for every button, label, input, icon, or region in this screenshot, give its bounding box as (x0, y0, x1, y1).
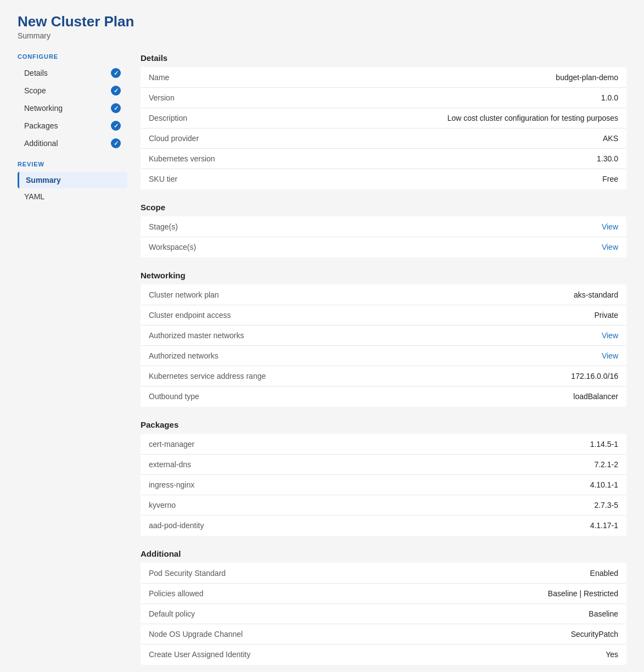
sidebar-item-label: Additional (24, 139, 58, 148)
check-icon (111, 86, 121, 96)
sidebar-item-additional[interactable]: Additional (18, 135, 127, 152)
sidebar-item-networking[interactable]: Networking (18, 99, 127, 117)
table-row: Stage(s)View (141, 217, 626, 237)
row-label: external-dns (141, 455, 335, 475)
row-value: 172.16.0.0/16 (335, 366, 626, 387)
configure-section-label: CONFIGURE (18, 53, 127, 60)
row-label: aad-pod-identity (141, 516, 335, 536)
row-label: Authorized master networks (141, 326, 335, 346)
row-label: SKU tier (141, 169, 335, 189)
row-label: Node OS Upgrade Channel (141, 624, 335, 645)
row-label: Policies allowed (141, 584, 335, 604)
check-icon (111, 68, 121, 78)
sidebar-item-scope[interactable]: Scope (18, 82, 127, 99)
page-title: New Cluster Plan (18, 13, 626, 30)
sidebar-item-summary[interactable]: Summary (18, 172, 127, 188)
additional-table: Pod Security StandardEnabledPolicies all… (141, 563, 626, 665)
table-row: external-dns7.2.1-2 (141, 455, 626, 475)
table-row: ingress-nginx4.10.1-1 (141, 475, 626, 495)
row-link[interactable]: View (602, 243, 618, 251)
row-value: 1.0.0 (335, 88, 626, 108)
details-table: Namebudget-plan-demoVersion1.0.0Descript… (141, 67, 626, 189)
review-section-label: REVIEW (18, 161, 127, 167)
sidebar-item-label: Scope (24, 86, 46, 95)
row-label: Cloud provider (141, 128, 335, 149)
table-row: cert-manager1.14.5-1 (141, 434, 626, 455)
scope-table: Stage(s)ViewWorkspace(s)View (141, 216, 626, 257)
row-value: 7.2.1-2 (335, 455, 626, 475)
table-row: DescriptionLow cost cluster configuratio… (141, 108, 626, 128)
row-value[interactable]: View (335, 217, 626, 237)
row-value: Free (335, 169, 626, 189)
row-label: Pod Security Standard (141, 563, 335, 584)
row-value[interactable]: View (335, 326, 626, 346)
table-row: Pod Security StandardEnabled (141, 563, 626, 584)
row-value[interactable]: View (335, 346, 626, 366)
table-row: Policies allowedBaseline | Restricted (141, 584, 626, 604)
sidebar-item-label: YAML (24, 192, 44, 201)
table-row: aad-pod-identity4.1.17-1 (141, 516, 626, 536)
table-row: Default policyBaseline (141, 604, 626, 624)
table-row: Node OS Upgrade ChannelSecurityPatch (141, 624, 626, 645)
row-link[interactable]: View (602, 351, 618, 360)
networking-section-title: Networking (141, 271, 626, 280)
row-link[interactable]: View (602, 331, 618, 340)
row-value: Baseline | Restricted (335, 584, 626, 604)
row-value: Private (335, 305, 626, 326)
sidebar-item-label: Packages (24, 121, 58, 130)
row-value[interactable]: View (335, 237, 626, 257)
networking-table: Cluster network planaks-standardCluster … (141, 284, 626, 407)
scope-section-title: Scope (141, 203, 626, 212)
row-label: Outbound type (141, 387, 335, 407)
table-row: Kubernetes version1.30.0 (141, 149, 626, 169)
check-icon (111, 138, 121, 148)
row-label: Create User Assigned Identity (141, 645, 335, 665)
packages-section-title: Packages (141, 420, 626, 429)
page-subtitle: Summary (18, 31, 626, 40)
row-value: Yes (335, 645, 626, 665)
table-row: Kubernetes service address range172.16.0… (141, 366, 626, 387)
row-value: 2.7.3-5 (335, 495, 626, 516)
table-row: Version1.0.0 (141, 88, 626, 108)
table-row: Authorized networksView (141, 346, 626, 366)
row-value: 4.1.17-1 (335, 516, 626, 536)
table-row: Authorized master networksView (141, 326, 626, 346)
table-row: Create User Assigned IdentityYes (141, 645, 626, 665)
check-icon (111, 121, 121, 131)
row-label: ingress-nginx (141, 475, 335, 495)
row-value: AKS (335, 128, 626, 149)
row-link[interactable]: View (602, 222, 618, 231)
sidebar-item-yaml[interactable]: YAML (18, 188, 127, 205)
table-row: Cluster network planaks-standard (141, 285, 626, 305)
row-label: Name (141, 68, 335, 88)
row-label: Cluster endpoint access (141, 305, 335, 326)
row-label: Stage(s) (141, 217, 335, 237)
additional-section-title: Additional (141, 549, 626, 558)
sidebar-item-packages[interactable]: Packages (18, 117, 127, 135)
table-row: SKU tierFree (141, 169, 626, 189)
row-value: loadBalancer (335, 387, 626, 407)
details-section-title: Details (141, 53, 626, 63)
row-value: 1.30.0 (335, 149, 626, 169)
row-label: Description (141, 108, 335, 128)
row-label: Authorized networks (141, 346, 335, 366)
row-label: cert-manager (141, 434, 335, 455)
sidebar-item-details[interactable]: Details (18, 64, 127, 82)
row-label: Kubernetes version (141, 149, 335, 169)
row-value: Enabled (335, 563, 626, 584)
sidebar-item-label: Details (24, 69, 48, 77)
row-label: Kubernetes service address range (141, 366, 335, 387)
sidebar: CONFIGURE DetailsScopeNetworkingPackages… (18, 53, 127, 205)
table-row: Cluster endpoint accessPrivate (141, 305, 626, 326)
row-value: budget-plan-demo (335, 68, 626, 88)
row-label: kyverno (141, 495, 335, 516)
sidebar-item-label: Networking (24, 104, 63, 113)
row-label: Workspace(s) (141, 237, 335, 257)
check-icon (111, 103, 121, 113)
row-label: Version (141, 88, 335, 108)
row-value: aks-standard (335, 285, 626, 305)
row-value: 4.10.1-1 (335, 475, 626, 495)
row-label: Default policy (141, 604, 335, 624)
row-value: Low cost cluster configuration for testi… (335, 108, 626, 128)
row-label: Cluster network plan (141, 285, 335, 305)
